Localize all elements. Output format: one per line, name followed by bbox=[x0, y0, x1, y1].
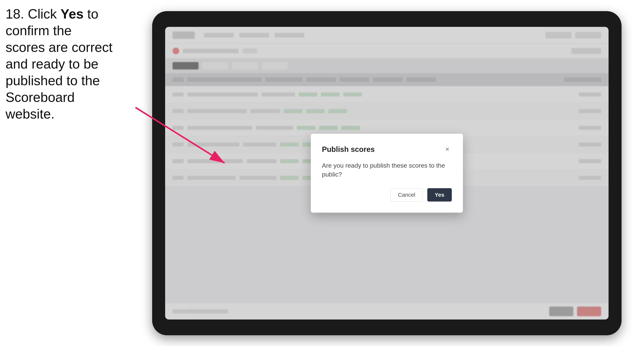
instruction-text: 18. Click Yes to confirm the scores are … bbox=[6, 5, 113, 122]
text-before-bold: Click bbox=[24, 6, 60, 21]
dialog-body: Are you ready to publish these scores to… bbox=[322, 161, 452, 179]
modal-overlay: Publish scores × Are you ready to publis… bbox=[165, 27, 608, 320]
cancel-button[interactable]: Cancel bbox=[390, 188, 423, 201]
tablet-device: Publish scores × Are you ready to publis… bbox=[152, 11, 622, 335]
dialog-close-button[interactable]: × bbox=[443, 145, 452, 154]
bold-yes: Yes bbox=[60, 6, 84, 21]
yes-button[interactable]: Yes bbox=[427, 188, 452, 201]
dialog-footer: Cancel Yes bbox=[322, 188, 452, 201]
step-number: 18. bbox=[6, 6, 24, 21]
publish-scores-dialog: Publish scores × Are you ready to publis… bbox=[311, 134, 463, 212]
dialog-title: Publish scores bbox=[322, 145, 375, 154]
modal-header: Publish scores × bbox=[322, 145, 452, 154]
text-after-bold: to confirm the scores are correct and re… bbox=[6, 6, 112, 121]
tablet-screen: Publish scores × Are you ready to publis… bbox=[165, 27, 608, 320]
